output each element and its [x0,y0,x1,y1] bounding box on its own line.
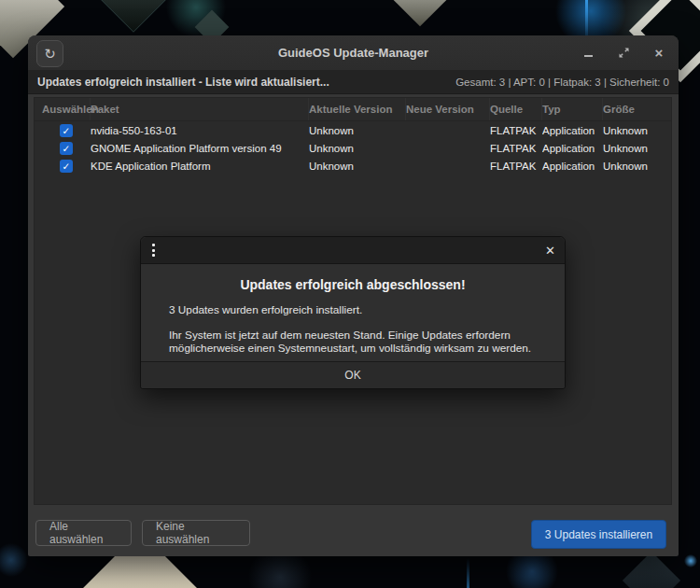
dialog-body: Updates erfolgreich abgeschlossen! 3 Upd… [141,264,565,356]
status-message: Updates erfolgreich installiert - Liste … [37,76,329,89]
cell-quelle: FLATPAK [490,161,542,172]
table-row[interactable]: ✓ nvidia-550-163-01 Unknown FLATPAK Appl… [35,121,671,139]
dialog-message-line1: 3 Updates wurden erfolgreich installiert… [169,303,553,317]
cell-paket: KDE Application Platform [91,161,309,172]
column-header-auswaehlen[interactable]: Auswählen [42,98,91,120]
desktop-diamond [92,0,175,33]
close-button[interactable]: × [649,43,669,63]
column-header-aktuelle-version[interactable]: Aktuelle Version [309,98,406,120]
row-checkbox[interactable]: ✓ [60,142,73,155]
window-controls: × [578,35,669,70]
minimize-button[interactable] [578,43,598,63]
cell-paket: nvidia-550-163-01 [91,125,309,136]
desktop-diamond [623,552,680,588]
dialog-titlebar[interactable]: ✕ [141,237,565,264]
menu-dots-icon[interactable] [150,242,157,259]
dialog-ok-button[interactable]: OK [141,361,565,388]
cell-typ: Application [542,143,603,154]
update-complete-dialog: ✕ Updates erfolgreich abgeschlossen! 3 U… [140,236,566,389]
cell-aktuelle-version: Unknown [309,161,406,172]
dialog-title: Updates erfolgreich abgeschlossen! [169,277,537,292]
cell-groesse: Unknown [603,161,671,172]
dialog-message-line2: Ihr System ist jetzt auf dem neuesten St… [169,329,553,356]
desktop-diamond [387,0,454,26]
column-header-groesse[interactable]: Größe [603,98,671,120]
restore-icon [619,48,629,58]
column-header-paket[interactable]: Paket [91,98,309,120]
column-header-typ[interactable]: Typ [542,98,603,120]
select-none-button[interactable]: Keine auswählen [142,520,250,546]
cell-aktuelle-version: Unknown [309,143,406,154]
close-icon: × [655,46,664,60]
statusbar: Updates erfolgreich installiert - Liste … [28,70,679,94]
cell-typ: Application [542,125,603,136]
status-summary: Gesamt: 3 | APT: 0 | Flatpak: 3 | Sicher… [455,77,669,88]
minimize-icon [584,55,593,57]
cell-quelle: FLATPAK [490,125,542,136]
restore-button[interactable] [613,43,634,63]
table-row[interactable]: ✓ GNOME Application Platform version 49 … [35,139,671,157]
desktop-light-streak [467,558,469,588]
row-checkbox[interactable]: ✓ [60,160,73,173]
cell-quelle: FLATPAK [490,143,542,154]
select-all-button[interactable]: Alle auswählen [35,520,132,546]
cell-paket: GNOME Application Platform version 49 [91,143,309,154]
table-header: Auswählen Paket Aktuelle Version Neue Ve… [35,98,671,121]
cell-groesse: Unknown [603,125,671,136]
cell-aktuelle-version: Unknown [309,125,406,136]
titlebar[interactable]: ↻ GuideOS Update-Manager × [28,35,679,71]
action-bar: Alle auswählen Keine auswählen 3 Updates… [28,505,679,556]
desktop: { "window": { "title": "GuideOS Update-M… [0,0,700,588]
column-header-quelle[interactable]: Quelle [490,98,542,120]
table-row[interactable]: ✓ KDE Application Platform Unknown FLATP… [35,157,671,175]
row-checkbox[interactable]: ✓ [60,124,73,137]
cell-typ: Application [542,161,603,172]
dialog-close-button[interactable]: ✕ [545,244,555,258]
column-header-neue-version[interactable]: Neue Version [406,98,490,120]
cell-groesse: Unknown [603,143,671,154]
install-updates-button[interactable]: 3 Updates installieren [531,520,666,549]
